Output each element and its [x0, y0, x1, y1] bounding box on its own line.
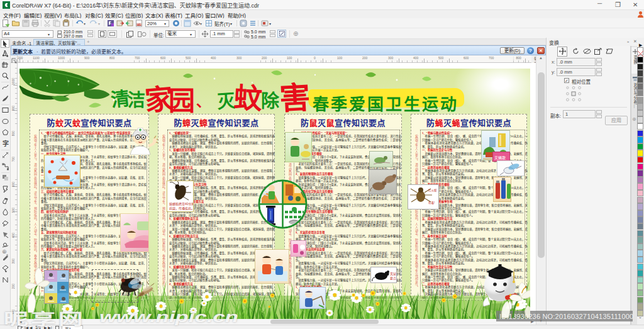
svg-text:字: 字 [3, 140, 9, 147]
svg-text:蟑螂能携带40余种: 蟑螂能携带40余种 [169, 202, 194, 206]
svg-text:有毒!: 有毒! [428, 201, 435, 205]
svg-text:病菌，传播疾病。: 病菌，传播疾病。 [169, 206, 194, 211]
svg-text:灭鼠: 灭鼠 [390, 272, 396, 276]
svg-text:红火蚁: 红火蚁 [428, 188, 437, 192]
svg-text:PDF: PDF [137, 23, 142, 26]
svg-text:要点: 要点 [390, 276, 396, 281]
svg-text:灭蝇歌: 灭蝇歌 [494, 155, 506, 160]
